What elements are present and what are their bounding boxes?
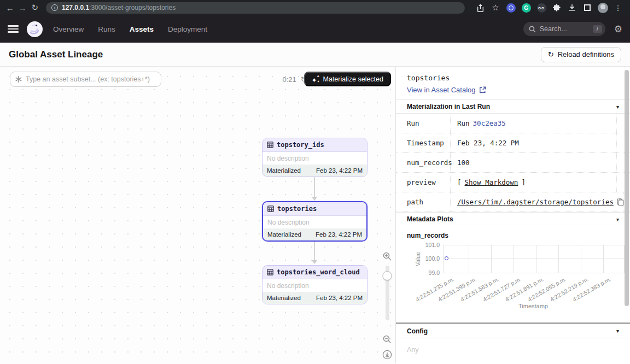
run-id-link[interactable]: 30c2ea35 <box>473 119 506 127</box>
meta-row-num-records: num_records 100 <box>396 153 630 173</box>
browser-menu-icon[interactable]: ⋮ <box>611 2 625 14</box>
asset-node-status: Materialized <box>267 231 301 238</box>
edge-arrowhead <box>312 197 317 201</box>
bookmark-star-icon[interactable]: ☆ <box>489 2 502 14</box>
fit-view-icon[interactable] <box>381 349 393 361</box>
materialize-selected-button[interactable]: ✦ ✦ ✦ Materialize selected <box>304 72 391 86</box>
asset-details-panel: topstories View in Asset Catalog Materia… <box>395 67 630 363</box>
reload-definitions-icon: ↻ <box>548 50 554 58</box>
reload-definitions-button[interactable]: ↻ Reload definitions <box>541 47 621 62</box>
table-icon <box>267 269 273 275</box>
asset-node-topstories-word-cloud[interactable]: topstories_word_cloud No description Mat… <box>262 265 368 304</box>
meta-row-preview: preview [Show Markdown] <box>396 173 630 192</box>
zoom-in-icon[interactable] <box>381 250 393 262</box>
search-icon <box>529 26 536 33</box>
address-bar[interactable]: i 127.0.0.1:3000/asset-groups/topstories <box>46 2 465 14</box>
asset-node-name: topstories_word_cloud <box>277 268 360 276</box>
zoom-out-icon[interactable] <box>381 333 393 345</box>
nav-item-assets[interactable]: Assets <box>130 25 154 33</box>
global-search-input[interactable]: Search... / <box>523 22 605 36</box>
panel-scrollbar[interactable] <box>625 70 629 306</box>
browser-forward-icon[interactable]: → <box>18 2 27 14</box>
page-title: Global Asset Lineage <box>9 49 103 60</box>
asset-node-description: No description <box>262 279 367 292</box>
x-tick: 4:22:51.563 p.m. <box>459 275 500 303</box>
collapse-caret-icon[interactable]: ▾ <box>616 104 619 110</box>
hamburger-menu-icon[interactable] <box>8 25 19 33</box>
x-tick: 4:22:51.727 p.m. <box>482 275 522 303</box>
page-header: Global Asset Lineage ↻ Reload definition… <box>0 43 630 67</box>
asset-subset-filter[interactable] <box>10 72 161 87</box>
copy-path-icon[interactable] <box>617 198 623 206</box>
url-host: 127.0.0.1 <box>62 4 89 11</box>
asset-node-description: No description <box>263 216 366 228</box>
selected-asset-name: topstories <box>407 74 619 82</box>
asset-node-timestamp: Feb 23, 4:22 PM <box>316 295 363 301</box>
asset-node-topstory-ids[interactable]: topstory_ids No description Materialized… <box>262 138 368 177</box>
section-materialization-last-run[interactable]: Materialization in Last Run ▾ <box>396 99 630 114</box>
x-axis-label: Timestamp <box>518 303 548 309</box>
collapse-caret-icon[interactable]: ▾ <box>616 328 619 334</box>
external-link-icon <box>479 86 486 93</box>
nav-item-runs[interactable]: Runs <box>98 25 115 33</box>
meta-row-timestamp: Timestamp Feb 23, 4:22 PM <box>396 133 630 153</box>
browser-back-icon[interactable]: ← <box>5 2 15 14</box>
table-icon <box>267 142 273 148</box>
collapse-caret-icon[interactable]: ▾ <box>616 216 619 222</box>
browser-reload-icon[interactable]: ↻ <box>30 2 39 14</box>
asset-subset-input[interactable] <box>26 75 156 83</box>
edge-topstory-ids-to-topstories <box>314 174 315 197</box>
section-metadata-plots[interactable]: Metadata Plots ▾ <box>396 212 630 226</box>
asset-node-timestamp: Feb 23, 4:22 PM <box>316 231 362 238</box>
search-placeholder: Search... <box>540 25 589 33</box>
asset-node-status: Materialized <box>267 295 301 301</box>
x-tick: 4:22:52.219 p.m. <box>549 275 590 303</box>
x-tick: 4:22:51.399 p.m. <box>437 275 477 303</box>
extensions-puzzle-icon[interactable] <box>550 2 563 14</box>
meta-row-path: path /Users/tim/.dagster/storage/topstor… <box>396 192 630 212</box>
section-config[interactable]: Config ▾ <box>396 324 630 338</box>
browser-toolbar: ← → ↻ i 127.0.0.1:3000/asset-groups/tops… <box>0 0 630 15</box>
edge-arrowhead <box>312 260 317 264</box>
config-value: Any <box>396 338 630 363</box>
nav-item-deployment[interactable]: Deployment <box>168 25 207 33</box>
y-axis-label: Value <box>415 252 421 266</box>
asset-node-description: No description <box>262 152 367 165</box>
show-markdown-link[interactable]: Show Markdown <box>465 178 518 186</box>
settings-gear-icon[interactable]: ⚙ <box>614 25 622 34</box>
x-tick: 4:22:51.235 p.m. <box>415 275 455 303</box>
y-tick: 99.0 <box>416 269 440 276</box>
x-tick: 4:22:52.055 p.m. <box>527 275 567 303</box>
nav-item-overview[interactable]: Overview <box>53 25 84 33</box>
reading-mode-icon[interactable] <box>581 2 594 14</box>
refresh-timer: 0:21 ↻ <box>282 75 307 84</box>
x-tick: 4:22:52.383 p.m. <box>571 275 612 303</box>
app-nav: Overview Runs Assets Deployment Search..… <box>0 15 630 43</box>
asset-graph-canvas[interactable]: 0:21 ↻ ✦ ✦ ✦ Materialize selected topsto… <box>0 67 395 363</box>
downloads-icon[interactable] <box>565 2 579 14</box>
data-point[interactable] <box>445 256 448 260</box>
dagster-logo[interactable] <box>26 21 43 38</box>
site-info-icon[interactable]: i <box>51 4 58 11</box>
num-records-chart: 101.0 100.0 99.0 Value 4:22:51.235 p.m. … <box>396 239 630 322</box>
y-tick: 101.0 <box>416 242 440 248</box>
url-text: 127.0.0.1:3000/asset-groups/topstories <box>62 4 176 11</box>
asset-node-name: topstories <box>277 205 317 213</box>
asset-node-topstories[interactable]: topstories No description Materialized F… <box>262 201 368 242</box>
extension-glasses-icon[interactable]: ᴑᴑ <box>535 2 548 14</box>
view-in-asset-catalog-link[interactable]: View in Asset Catalog <box>407 86 619 94</box>
extension-1password-icon[interactable] <box>504 2 517 14</box>
asset-node-timestamp: Feb 23, 4:22 PM <box>316 167 363 174</box>
asset-graph-icon <box>15 75 22 83</box>
x-tick: 4:22:51.891 p.m. <box>504 275 545 303</box>
zoom-slider-handle[interactable] <box>383 271 392 280</box>
materialize-sparkle-icon: ✦ ✦ ✦ <box>312 75 319 83</box>
meta-row-run: Run Run 30c2ea35 <box>396 114 630 133</box>
chart-title: num_records <box>396 226 630 239</box>
timer-value: 0:21 <box>282 75 296 84</box>
zoom-slider[interactable] <box>386 266 389 320</box>
extension-grammarly-icon[interactable]: G <box>520 2 533 14</box>
path-link[interactable]: /Users/tim/.dagster/storage/topstories <box>457 198 614 206</box>
share-icon[interactable] <box>474 2 487 14</box>
profile-avatar[interactable] <box>596 2 609 14</box>
